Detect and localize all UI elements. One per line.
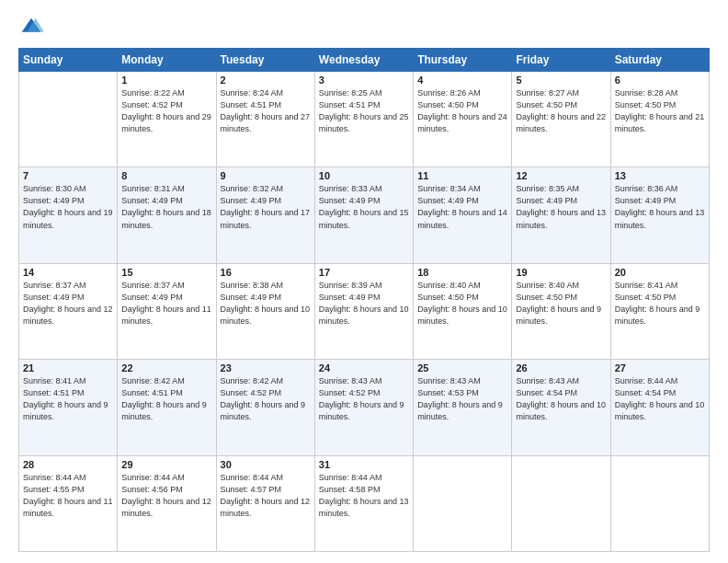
calendar-cell: 13Sunrise: 8:36 AMSunset: 4:49 PMDayligh… (610, 167, 709, 263)
day-number: 23 (221, 362, 311, 373)
day-info: Sunrise: 8:44 AMSunset: 4:57 PMDaylight:… (221, 472, 311, 520)
day-header-tuesday: Tuesday (216, 49, 314, 72)
calendar-cell: 7Sunrise: 8:30 AMSunset: 4:49 PMDaylight… (19, 167, 118, 263)
calendar-week-5: 28Sunrise: 8:44 AMSunset: 4:55 PMDayligh… (19, 455, 710, 551)
day-info: Sunrise: 8:44 AMSunset: 4:55 PMDaylight:… (23, 472, 113, 520)
day-number: 29 (121, 459, 211, 470)
day-number: 11 (417, 170, 507, 181)
day-info: Sunrise: 8:37 AMSunset: 4:49 PMDaylight:… (23, 280, 113, 327)
day-number: 16 (221, 267, 311, 278)
day-header-wednesday: Wednesday (314, 49, 413, 72)
day-number: 20 (615, 267, 705, 278)
calendar-cell: 16Sunrise: 8:38 AMSunset: 4:49 PMDayligh… (216, 263, 314, 359)
calendar-cell: 9Sunrise: 8:32 AMSunset: 4:49 PMDaylight… (216, 167, 314, 263)
day-info: Sunrise: 8:34 AMSunset: 4:49 PMDaylight:… (417, 183, 507, 231)
calendar-cell: 15Sunrise: 8:37 AMSunset: 4:49 PMDayligh… (118, 263, 216, 359)
day-info: Sunrise: 8:37 AMSunset: 4:49 PMDaylight:… (121, 280, 211, 327)
day-info: Sunrise: 8:44 AMSunset: 4:54 PMDaylight:… (615, 375, 705, 423)
calendar-cell: 8Sunrise: 8:31 AMSunset: 4:49 PMDaylight… (118, 167, 216, 263)
day-number: 26 (516, 362, 606, 373)
day-number: 1 (121, 75, 211, 86)
day-number: 19 (516, 267, 606, 278)
calendar-cell: 12Sunrise: 8:35 AMSunset: 4:49 PMDayligh… (512, 167, 610, 263)
day-number: 15 (121, 267, 211, 278)
day-number: 12 (516, 170, 606, 181)
day-info: Sunrise: 8:42 AMSunset: 4:51 PMDaylight:… (121, 375, 211, 423)
calendar-cell: 17Sunrise: 8:39 AMSunset: 4:49 PMDayligh… (314, 263, 413, 359)
calendar-cell: 4Sunrise: 8:26 AMSunset: 4:50 PMDaylight… (414, 72, 512, 167)
calendar-cell: 19Sunrise: 8:40 AMSunset: 4:50 PMDayligh… (512, 263, 610, 359)
day-info: Sunrise: 8:31 AMSunset: 4:49 PMDaylight:… (121, 183, 211, 231)
calendar-cell: 31Sunrise: 8:44 AMSunset: 4:58 PMDayligh… (314, 455, 413, 551)
calendar-week-3: 14Sunrise: 8:37 AMSunset: 4:49 PMDayligh… (19, 263, 710, 359)
calendar-cell (512, 455, 610, 551)
day-number: 18 (417, 267, 507, 278)
day-info: Sunrise: 8:39 AMSunset: 4:49 PMDaylight:… (319, 280, 409, 327)
calendar-cell: 27Sunrise: 8:44 AMSunset: 4:54 PMDayligh… (610, 360, 709, 455)
day-number: 6 (615, 75, 705, 86)
day-info: Sunrise: 8:44 AMSunset: 4:56 PMDaylight:… (121, 472, 211, 520)
calendar-cell: 29Sunrise: 8:44 AMSunset: 4:56 PMDayligh… (118, 455, 216, 551)
calendar-cell: 30Sunrise: 8:44 AMSunset: 4:57 PMDayligh… (216, 455, 314, 551)
day-info: Sunrise: 8:28 AMSunset: 4:50 PMDaylight:… (615, 87, 705, 135)
day-header-friday: Friday (512, 49, 610, 72)
calendar-cell: 20Sunrise: 8:41 AMSunset: 4:50 PMDayligh… (610, 263, 709, 359)
calendar-week-2: 7Sunrise: 8:30 AMSunset: 4:49 PMDaylight… (19, 167, 710, 263)
calendar-cell: 6Sunrise: 8:28 AMSunset: 4:50 PMDaylight… (610, 72, 709, 167)
day-number: 22 (121, 362, 211, 373)
day-info: Sunrise: 8:22 AMSunset: 4:52 PMDaylight:… (121, 87, 211, 135)
day-info: Sunrise: 8:25 AMSunset: 4:51 PMDaylight:… (319, 87, 409, 135)
day-number: 27 (615, 362, 705, 373)
calendar-cell: 5Sunrise: 8:27 AMSunset: 4:50 PMDaylight… (512, 72, 610, 167)
logo-icon (18, 15, 44, 40)
day-number: 13 (615, 170, 705, 181)
day-info: Sunrise: 8:30 AMSunset: 4:49 PMDaylight:… (23, 183, 113, 231)
day-info: Sunrise: 8:36 AMSunset: 4:49 PMDaylight:… (615, 183, 705, 231)
calendar-week-4: 21Sunrise: 8:41 AMSunset: 4:51 PMDayligh… (19, 360, 710, 455)
day-info: Sunrise: 8:40 AMSunset: 4:50 PMDaylight:… (516, 280, 606, 327)
calendar-cell: 28Sunrise: 8:44 AMSunset: 4:55 PMDayligh… (19, 455, 118, 551)
day-number: 21 (23, 362, 113, 373)
day-info: Sunrise: 8:32 AMSunset: 4:49 PMDaylight:… (221, 183, 311, 231)
day-number: 8 (121, 170, 211, 181)
day-info: Sunrise: 8:41 AMSunset: 4:50 PMDaylight:… (615, 280, 705, 327)
calendar-cell: 21Sunrise: 8:41 AMSunset: 4:51 PMDayligh… (19, 360, 118, 455)
header (18, 15, 710, 40)
calendar-cell: 10Sunrise: 8:33 AMSunset: 4:49 PMDayligh… (314, 167, 413, 263)
calendar-cell (19, 72, 118, 167)
day-number: 4 (417, 75, 507, 86)
day-info: Sunrise: 8:44 AMSunset: 4:58 PMDaylight:… (319, 472, 409, 520)
day-number: 17 (319, 267, 409, 278)
calendar-cell: 3Sunrise: 8:25 AMSunset: 4:51 PMDaylight… (314, 72, 413, 167)
calendar-cell: 24Sunrise: 8:43 AMSunset: 4:52 PMDayligh… (314, 360, 413, 455)
day-header-saturday: Saturday (610, 49, 709, 72)
day-info: Sunrise: 8:43 AMSunset: 4:54 PMDaylight:… (516, 375, 606, 423)
day-number: 5 (516, 75, 606, 86)
day-number: 30 (221, 459, 311, 470)
day-number: 2 (221, 75, 311, 86)
day-number: 3 (319, 75, 409, 86)
day-info: Sunrise: 8:26 AMSunset: 4:50 PMDaylight:… (417, 87, 507, 135)
calendar-cell: 26Sunrise: 8:43 AMSunset: 4:54 PMDayligh… (512, 360, 610, 455)
logo (18, 15, 48, 40)
day-number: 25 (417, 362, 507, 373)
day-info: Sunrise: 8:38 AMSunset: 4:49 PMDaylight:… (221, 280, 311, 327)
calendar-cell: 22Sunrise: 8:42 AMSunset: 4:51 PMDayligh… (118, 360, 216, 455)
day-header-thursday: Thursday (414, 49, 512, 72)
day-number: 10 (319, 170, 409, 181)
day-info: Sunrise: 8:41 AMSunset: 4:51 PMDaylight:… (23, 375, 113, 423)
day-info: Sunrise: 8:27 AMSunset: 4:50 PMDaylight:… (516, 87, 606, 135)
calendar-header-row: SundayMondayTuesdayWednesdayThursdayFrid… (19, 49, 710, 72)
day-header-sunday: Sunday (19, 49, 118, 72)
day-info: Sunrise: 8:33 AMSunset: 4:49 PMDaylight:… (319, 183, 409, 231)
day-number: 31 (319, 459, 409, 470)
day-header-monday: Monday (118, 49, 216, 72)
page: SundayMondayTuesdayWednesdayThursdayFrid… (0, 0, 728, 563)
calendar-cell (610, 455, 709, 551)
calendar-cell: 11Sunrise: 8:34 AMSunset: 4:49 PMDayligh… (414, 167, 512, 263)
day-info: Sunrise: 8:24 AMSunset: 4:51 PMDaylight:… (221, 87, 311, 135)
day-info: Sunrise: 8:43 AMSunset: 4:52 PMDaylight:… (319, 375, 409, 423)
calendar-cell: 2Sunrise: 8:24 AMSunset: 4:51 PMDaylight… (216, 72, 314, 167)
day-number: 24 (319, 362, 409, 373)
calendar-cell (414, 455, 512, 551)
